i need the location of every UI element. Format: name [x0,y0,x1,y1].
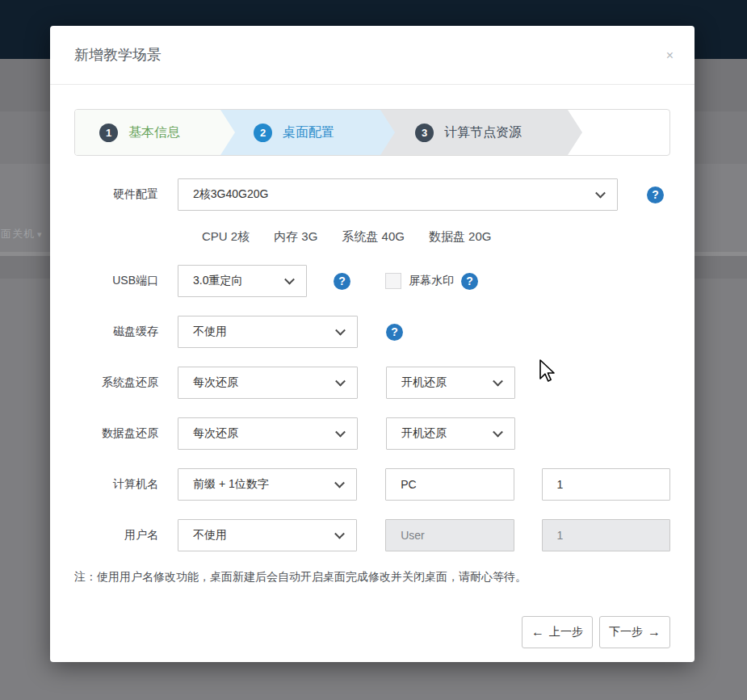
system-restore-row: 系统盘还原 每次还原 开机还原 [74,367,670,399]
screen-watermark-label: 屏幕水印 [409,274,454,288]
data-restore-row: 数据盘还原 每次还原 开机还原 [74,417,670,450]
spec-data-disk: 数据盘 20G [429,229,492,245]
next-step-label: 下一步 [609,625,643,639]
step-compute-resources[interactable]: 3 计算节点资源 [380,110,582,155]
step-2-badge: 2 [254,124,272,142]
step-basic-info[interactable]: 1 基本信息 [75,110,235,155]
step-3-badge: 3 [415,124,434,142]
close-icon[interactable]: × [666,26,674,85]
dialog-header: 新增教学场景 × [50,26,695,85]
chevron-down-icon [493,427,503,438]
watermark-help-icon[interactable]: ? [461,273,478,290]
wizard-stepper: 1 基本信息 2 桌面配置 3 计算节点资源 [74,109,670,156]
disk-cache-row: 磁盘缓存 不使用 ? [74,316,670,348]
chevron-down-icon [335,325,346,336]
step-1-label: 基本信息 [128,124,180,141]
user-name-prefix-input: User [385,519,514,551]
dialog-body: 1 基本信息 2 桌面配置 3 计算节点资源 硬件配置 2核3G40G20G [50,85,695,648]
background-shutdown-label: 面关机 [1,228,35,240]
computer-name-start-input[interactable]: 1 [542,468,670,501]
screen: 面关机▾ 新增教学场景 × 1 基本信息 2 桌面配置 3 计算节点资源 [0,0,747,700]
usb-port-row: USB端口 3.0重定向 ? 屏幕水印 ? [74,265,670,297]
hardware-config-row: 硬件配置 2核3G40G20G ? [74,178,670,211]
computer-name-row: 计算机名 前缀 + 1位数字 PC 1 [74,468,670,501]
usb-help-icon[interactable]: ? [334,273,350,290]
data-restore-mode-value: 每次还原 [193,426,238,441]
chevron-down-icon [334,529,345,539]
screen-watermark-checkbox[interactable] [385,273,401,289]
disk-cache-help-icon[interactable]: ? [386,324,403,341]
arrow-right-icon: → [648,626,661,639]
system-restore-mode-value: 每次还原 [193,375,238,390]
computer-name-rule-value: 前缀 + 1位数字 [193,477,269,492]
data-restore-mode-select[interactable]: 每次还原 [178,417,358,450]
user-name-row: 用户名 不使用 User 1 [74,519,670,551]
spec-memory: 内存 3G [274,229,317,245]
data-restore-label: 数据盘还原 [74,426,158,441]
user-name-note: 注：使用用户名修改功能，桌面新建后会自动开启桌面完成修改并关闭桌面，请耐心等待。 [74,570,670,585]
computer-name-label: 计算机名 [74,477,158,492]
data-restore-timing-value: 开机还原 [401,426,447,441]
step-desktop-config[interactable]: 2 桌面配置 [220,110,395,155]
usb-port-label: USB端口 [74,274,158,288]
dialog-footer: ← 上一步 下一步 → [74,616,670,648]
chevron-down-icon [284,275,295,285]
chevron-down-icon [334,478,345,488]
previous-step-button[interactable]: ← 上一步 [522,616,593,648]
user-name-rule-value: 不使用 [193,528,227,543]
computer-name-prefix-input[interactable]: PC [385,468,514,501]
disk-cache-value: 不使用 [193,325,227,339]
desktop-config-form: 硬件配置 2核3G40G20G ? CPU 2核 内存 3G 系统盘 40G 数… [74,178,670,648]
usb-port-value: 3.0重定向 [193,274,242,288]
system-restore-label: 系统盘还原 [74,375,158,390]
system-restore-timing-select[interactable]: 开机还原 [386,367,515,399]
caret-down-icon: ▾ [37,229,43,239]
user-name-start-input: 1 [542,519,670,551]
usb-port-select[interactable]: 3.0重定向 [178,265,307,297]
step-3-label: 计算节点资源 [444,124,522,141]
data-restore-timing-select[interactable]: 开机还原 [386,417,515,450]
previous-step-label: 上一步 [549,625,583,639]
next-step-button[interactable]: 下一步 → [599,616,670,648]
hardware-spec-summary: CPU 2核 内存 3G 系统盘 40G 数据盘 20G [202,229,670,245]
mouse-cursor [538,358,557,384]
dialog-title: 新增教学场景 [74,26,670,85]
system-restore-mode-select[interactable]: 每次还原 [178,367,358,399]
chevron-down-icon [595,188,606,199]
add-teaching-scenario-dialog: 新增教学场景 × 1 基本信息 2 桌面配置 3 计算节点资源 [50,26,695,662]
spec-cpu: CPU 2核 [202,229,250,245]
hardware-help-icon[interactable]: ? [647,187,664,203]
disk-cache-select[interactable]: 不使用 [178,316,358,348]
hardware-config-select[interactable]: 2核3G40G20G [178,178,618,211]
hardware-config-label: 硬件配置 [74,187,158,202]
background-shutdown-dropdown[interactable]: 面关机▾ [1,227,43,241]
hardware-config-value: 2核3G40G20G [193,187,268,202]
step-2-label: 桌面配置 [283,124,334,141]
user-name-rule-select[interactable]: 不使用 [178,519,357,551]
chevron-down-icon [335,376,346,387]
arrow-left-icon: ← [531,626,544,639]
disk-cache-label: 磁盘缓存 [74,325,158,339]
chevron-down-icon [335,427,346,438]
user-name-label: 用户名 [74,528,158,543]
computer-name-rule-select[interactable]: 前缀 + 1位数字 [178,468,357,501]
step-1-badge: 1 [99,124,118,142]
chevron-down-icon [493,376,503,387]
system-restore-timing-value: 开机还原 [401,375,447,390]
spec-system-disk: 系统盘 40G [342,229,405,245]
